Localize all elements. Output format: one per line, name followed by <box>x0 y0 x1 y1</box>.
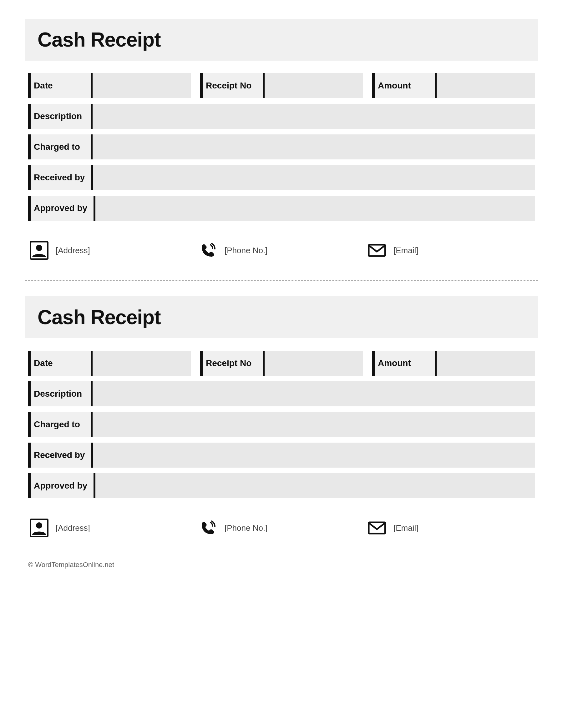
approved-by-row-2: Approved by <box>28 473 535 498</box>
amount-input-2[interactable] <box>435 351 535 376</box>
footer-bar-1: [Address] [Phone No.] <box>25 230 538 271</box>
email-icon-1 <box>366 239 388 261</box>
address-icon-1 <box>28 239 50 261</box>
charged-to-row-2: Charged to <box>28 412 535 437</box>
amount-label-1: Amount <box>372 73 435 98</box>
description-label-2: Description <box>28 381 91 406</box>
address-item-2: [Address] <box>28 517 197 539</box>
description-row-1: Description <box>28 104 535 129</box>
amount-field-1: Amount <box>372 73 535 98</box>
email-icon-2 <box>366 517 388 539</box>
copyright-text: © WordTemplatesOnline.net <box>25 555 538 569</box>
receipt-no-field-1: Receipt No <box>200 73 363 98</box>
receipt-title-1: Cash Receipt <box>38 28 525 51</box>
date-input-2[interactable] <box>91 351 191 376</box>
approved-by-row-1: Approved by <box>28 196 535 221</box>
receipt-header-1: Cash Receipt <box>25 19 538 61</box>
received-by-input-1[interactable] <box>91 165 535 190</box>
receipt-section-2: Cash Receipt Date Receipt No <box>25 296 538 548</box>
date-field-1: Date <box>28 73 191 98</box>
email-text-1: [Email] <box>394 246 418 255</box>
page-wrapper: Cash Receipt Date Receipt No <box>25 19 538 569</box>
phone-text-2: [Phone No.] <box>224 523 267 533</box>
address-icon-2 <box>28 517 50 539</box>
charged-to-label-1: Charged to <box>28 134 91 159</box>
charged-to-row-1: Charged to <box>28 134 535 159</box>
description-input-2[interactable] <box>91 381 535 406</box>
receipt-no-input-2[interactable] <box>263 351 363 376</box>
footer-bar-2: [Address] [Phone No.] <box>25 508 538 548</box>
charged-to-input-2[interactable] <box>91 412 535 437</box>
description-row-2: Description <box>28 381 535 406</box>
charged-to-label-2: Charged to <box>28 412 91 437</box>
received-by-input-2[interactable] <box>91 443 535 468</box>
amount-label-2: Amount <box>372 351 435 376</box>
phone-item-2: [Phone No.] <box>197 517 366 539</box>
phone-text-1: [Phone No.] <box>224 246 267 255</box>
approved-by-input-2[interactable] <box>93 473 535 498</box>
phone-item-1: [Phone No.] <box>197 239 366 261</box>
receipt-section-1: Cash Receipt Date Receipt No <box>25 19 538 271</box>
top-row-1: Date Receipt No Amount <box>28 73 535 98</box>
receipt-header-2: Cash Receipt <box>25 296 538 338</box>
received-by-label-1: Received by <box>28 165 91 190</box>
received-by-label-2: Received by <box>28 443 91 468</box>
top-row-2: Date Receipt No Amount <box>28 351 535 376</box>
date-label-2: Date <box>28 351 91 376</box>
form-area-2: Date Receipt No Amount <box>25 351 538 498</box>
email-text-2: [Email] <box>394 523 418 533</box>
description-label-1: Description <box>28 104 91 129</box>
receipt-no-field-2: Receipt No <box>200 351 363 376</box>
date-field-2: Date <box>28 351 191 376</box>
amount-field-2: Amount <box>372 351 535 376</box>
date-input-1[interactable] <box>91 73 191 98</box>
amount-input-1[interactable] <box>435 73 535 98</box>
receipt-no-input-1[interactable] <box>263 73 363 98</box>
email-item-2: [Email] <box>366 517 535 539</box>
received-by-row-2: Received by <box>28 443 535 468</box>
charged-to-input-1[interactable] <box>91 134 535 159</box>
svg-point-4 <box>36 522 42 529</box>
svg-point-1 <box>36 245 42 251</box>
receipt-title-2: Cash Receipt <box>38 306 525 329</box>
address-text-2: [Address] <box>56 523 90 533</box>
section-divider <box>25 280 538 281</box>
form-area-1: Date Receipt No Amount <box>25 73 538 221</box>
phone-icon-2 <box>197 517 219 539</box>
description-input-1[interactable] <box>91 104 535 129</box>
email-item-1: [Email] <box>366 239 535 261</box>
phone-icon-1 <box>197 239 219 261</box>
date-label-1: Date <box>28 73 91 98</box>
approved-by-label-2: Approved by <box>28 473 93 498</box>
receipt-no-label-1: Receipt No <box>200 73 263 98</box>
address-text-1: [Address] <box>56 246 90 255</box>
receipt-no-label-2: Receipt No <box>200 351 263 376</box>
address-item-1: [Address] <box>28 239 197 261</box>
approved-by-label-1: Approved by <box>28 196 93 221</box>
received-by-row-1: Received by <box>28 165 535 190</box>
approved-by-input-1[interactable] <box>93 196 535 221</box>
